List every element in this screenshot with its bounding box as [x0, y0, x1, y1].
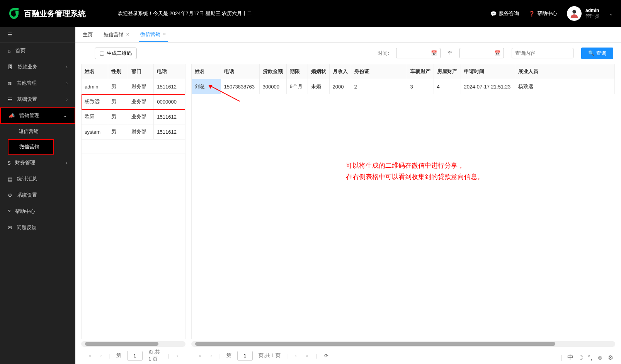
app-logo-icon: [8, 7, 20, 20]
table-row[interactable]: 欧阳 男 业务部 1511612: [82, 109, 185, 124]
app-name: 百融业务管理系统: [24, 9, 86, 19]
chevron-right-icon: ›: [66, 97, 68, 102]
staff-table-wrap[interactable]: 姓名 性别 部门 电话 admin 男 财务部 1511612: [81, 64, 185, 339]
date-from-input[interactable]: 📅: [396, 48, 441, 58]
menu-icon: ☰: [8, 32, 12, 37]
sidebar-item-syssettings[interactable]: ⚙ 系统设置: [0, 187, 75, 203]
chevron-down-icon: ⌄: [63, 113, 67, 118]
help-link[interactable]: ❓ 帮助中心: [529, 10, 557, 17]
table-row[interactable]: system 男 财务部 1511612: [82, 124, 185, 139]
chevron-down-icon: ⌄: [609, 11, 613, 17]
search-input[interactable]: [512, 48, 573, 58]
prev-page-button[interactable]: ‹: [99, 351, 103, 360]
sidebar-item-home[interactable]: ⌂ 首页: [0, 43, 75, 59]
search-icon: 🔍: [588, 50, 594, 56]
header-bar: 百融业务管理系统 欢迎登录系统！今天是 2024年7月17日 星期三 农历六月十…: [0, 0, 621, 27]
sidebar-item-help[interactable]: ? 帮助中心: [0, 203, 75, 219]
hscroll-right[interactable]: [191, 341, 615, 347]
sliders-icon: ☷: [8, 97, 12, 102]
smiley-icon[interactable]: ☺: [597, 354, 603, 361]
content-area: 主页 短信营销 ✕ 微信营销 ✕ ⬚ 生成二维码 时间: 📅 至: [75, 27, 621, 364]
tabs-bar: 主页 短信营销 ✕ 微信营销 ✕: [75, 27, 621, 43]
chart-icon: ▤: [8, 176, 12, 182]
pagination-left: « ‹ | 第 页,共 1 页 | ›: [81, 347, 185, 364]
date-separator: 至: [444, 50, 456, 57]
avatar: [567, 6, 582, 21]
page-number-input[interactable]: [127, 351, 143, 361]
user-role: 管理员: [585, 13, 599, 20]
dollar-icon: $: [8, 160, 10, 166]
settings-icon[interactable]: ⚙: [608, 354, 613, 361]
service-link[interactable]: 💬 服务咨询: [490, 10, 519, 17]
sidebar-item-stats[interactable]: ▤ 统计汇总: [0, 171, 75, 187]
sidebar-item-marketing[interactable]: 📣 营销管理 ⌄: [0, 107, 75, 124]
table-row[interactable]: 杨致远 男 业务部 0000000: [82, 94, 185, 109]
close-icon[interactable]: ✕: [126, 32, 129, 37]
toolbar: ⬚ 生成二维码 时间: 📅 至 📅 🔍 查询: [75, 43, 621, 64]
first-page-button[interactable]: «: [87, 351, 93, 360]
close-icon[interactable]: ✕: [163, 32, 166, 37]
chat-icon: 💬: [490, 11, 497, 17]
question-icon: ?: [8, 209, 10, 214]
sidebar-item-feedback[interactable]: ✉ 问题反馈: [0, 219, 75, 236]
logo-area: 百融业务管理系统: [8, 7, 102, 20]
sidebar-toggle[interactable]: ☰: [0, 27, 75, 43]
first-page-button[interactable]: «: [197, 351, 203, 360]
table-row-empty: [82, 139, 185, 153]
right-panel: 姓名 电话 贷款金额 期限 婚姻状 月收入 身份证 车辆财产 房屋财产 申请时间: [191, 64, 615, 364]
staff-table: 姓名 性别 部门 电话 admin 男 财务部 1511612: [82, 64, 185, 153]
table-row[interactable]: 刘总 15073838763 300000 6个月 未婚 2000 2 3 4 …: [192, 79, 615, 94]
chevron-right-icon: ›: [66, 65, 68, 69]
svg-point-0: [572, 10, 576, 14]
sidebar-item-finance[interactable]: $ 财务管理 ›: [0, 155, 75, 171]
generate-qr-button[interactable]: ⬚ 生成二维码: [95, 48, 137, 59]
qr-icon: ⬚: [100, 50, 104, 56]
calendar-icon: 📅: [494, 50, 500, 56]
prev-page-button[interactable]: ‹: [209, 351, 213, 360]
sidebar-item-settings-base[interactable]: ☷ 基础设置 ›: [0, 91, 75, 107]
welcome-text: 欢迎登录系统！今天是 2024年7月17日 星期三 农历六月十二: [118, 10, 252, 17]
sidebar-sub-wechat[interactable]: 微信营销: [8, 139, 54, 155]
chevron-right-icon: ›: [66, 81, 68, 85]
table-header-row: 姓名 性别 部门 电话: [82, 64, 185, 79]
sidebar-item-loan[interactable]: 🗄 贷款业务 ›: [0, 59, 75, 75]
chevron-right-icon: ›: [66, 160, 68, 165]
date-to-input[interactable]: 📅: [459, 48, 504, 58]
briefcase-icon: 🗄: [8, 64, 13, 70]
page-number-input[interactable]: [237, 351, 253, 361]
last-page-button[interactable]: »: [304, 351, 310, 360]
ime-indicator[interactable]: 中: [567, 354, 573, 362]
refresh-button[interactable]: ⟳: [323, 351, 330, 360]
punctuation-icon[interactable]: °,: [588, 354, 592, 361]
pagination-right: « ‹ | 第 页,共 1 页 | › » | ⟳: [191, 347, 615, 364]
tab-home[interactable]: 主页: [81, 27, 94, 42]
loan-table-wrap[interactable]: 姓名 电话 贷款金额 期限 婚姻状 月收入 身份证 车辆财产 房屋财产 申请时间: [191, 64, 615, 339]
mail-icon: ✉: [8, 225, 12, 231]
tab-wechat[interactable]: 微信营销 ✕: [139, 27, 168, 42]
megaphone-icon: 📣: [9, 113, 15, 119]
table-row[interactable]: admin 男 财务部 1511612: [82, 79, 185, 94]
calendar-icon: 📅: [431, 50, 437, 56]
sidebar: ☰ ⌂ 首页 🗄 贷款业务 › ≋ 其他管理 › ☷ 基础设置 › 📣 营销管理…: [0, 27, 75, 364]
layers-icon: ≋: [8, 80, 12, 86]
gear-icon: ⚙: [8, 192, 12, 198]
user-menu[interactable]: admin 管理员 ⌄: [567, 6, 613, 21]
sidebar-item-other[interactable]: ≋ 其他管理 ›: [0, 75, 75, 91]
user-name: admin: [585, 8, 599, 13]
table-header-row: 姓名 电话 贷款金额 期限 婚姻状 月收入 身份证 车辆财产 房屋财产 申请时间: [192, 64, 615, 79]
sidebar-sub-sms[interactable]: 短信营销: [0, 124, 75, 139]
search-button[interactable]: 🔍 查询: [581, 48, 613, 59]
next-page-button[interactable]: ›: [293, 351, 298, 360]
next-page-button[interactable]: ›: [175, 351, 180, 360]
question-icon: ❓: [529, 11, 535, 17]
hscroll-left[interactable]: [81, 341, 185, 347]
home-icon: ⌂: [8, 48, 11, 54]
time-label: 时间:: [378, 50, 389, 57]
loan-table: 姓名 电话 贷款金额 期限 婚姻状 月收入 身份证 车辆财产 房屋财产 申请时间: [192, 64, 615, 94]
status-bar: | 中 ☽ °, ☺ ⚙: [561, 354, 613, 362]
tab-sms[interactable]: 短信营销 ✕: [102, 27, 131, 42]
left-panel: 姓名 性别 部门 电话 admin 男 财务部 1511612: [81, 64, 185, 364]
moon-icon[interactable]: ☽: [578, 354, 584, 361]
